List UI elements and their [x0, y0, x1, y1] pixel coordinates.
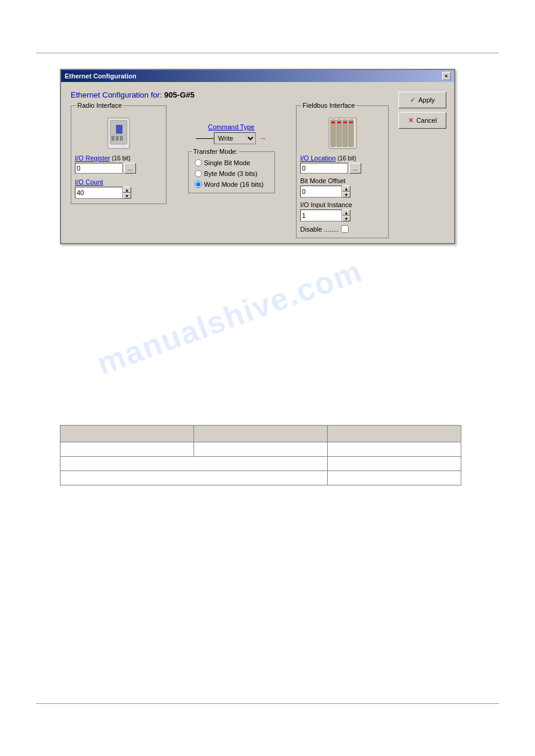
table-cell — [328, 426, 461, 442]
io-register-section: I/O Register (16 bit) ... — [75, 154, 162, 174]
cancel-button[interactable]: ✕ Cancel — [398, 112, 446, 129]
data-table — [60, 425, 461, 485]
table-cell — [194, 442, 328, 457]
ethernet-config-dialog: Ethernet Configuration × Ethernet Config… — [60, 69, 455, 244]
fieldbus-device-svg — [328, 117, 358, 150]
table-row — [61, 442, 461, 457]
svg-rect-5 — [120, 136, 123, 141]
io-count-increment-button[interactable]: ▲ — [123, 187, 131, 193]
dialog-close-button[interactable]: × — [442, 72, 451, 80]
header-prefix: Ethernet Configuration for: — [71, 90, 162, 99]
table-row — [61, 457, 461, 471]
io-location-input[interactable] — [300, 163, 348, 174]
dialog-body: Ethernet Configuration for: 905‑G#5 Radi… — [61, 82, 454, 243]
top-divider — [36, 53, 499, 53]
io-register-input-row: ... — [75, 163, 162, 174]
io-count-link[interactable]: I/O Count — [75, 178, 103, 186]
single-bit-mode-label: Single Bit Mode — [204, 159, 250, 166]
io-count-label-row: I/O Count — [75, 178, 162, 186]
io-location-link[interactable]: I/O Location — [300, 154, 335, 162]
io-register-link[interactable]: I/O Register — [75, 154, 110, 162]
byte-mode-option: Byte Mode (3 bits) — [195, 170, 268, 177]
table-cell — [328, 457, 461, 471]
io-location-browse-button[interactable]: ... — [349, 163, 361, 174]
bit-mode-increment-button[interactable]: ▲ — [342, 186, 350, 192]
transfer-mode-box: Transfer Mode: Single Bit Mode Byte Mode… — [188, 151, 275, 193]
fieldbus-fields: I/O Location (16 bit) ... Bit Mode Offse… — [300, 154, 385, 233]
table-cell — [328, 442, 461, 457]
table-cell — [194, 426, 328, 442]
io-input-label-row: I/O Input Instance — [300, 201, 385, 208]
bit-mode-offset-label: Bit Mode Offset — [300, 177, 346, 184]
apply-label: Apply — [418, 96, 435, 104]
table-cell — [61, 457, 328, 471]
word-mode-label: Word Mode (16 bits) — [204, 181, 264, 188]
word-mode-radio[interactable] — [195, 181, 202, 188]
single-bit-mode-option: Single Bit Mode — [195, 159, 268, 166]
io-input-decrement-button[interactable]: ▼ — [342, 215, 350, 221]
io-location-bit: (16 bit) — [337, 155, 356, 162]
svg-rect-13 — [343, 122, 347, 123]
io-input-increment-button[interactable]: ▲ — [342, 210, 350, 215]
word-mode-option: Word Mode (16 bits) — [195, 181, 268, 188]
table-cell — [61, 426, 194, 442]
watermark: manualshive.com — [92, 253, 367, 382]
dialog-titlebar: Ethernet Configuration × — [61, 70, 454, 82]
svg-rect-7 — [331, 120, 335, 147]
radio-interface-box: Radio Interface — [71, 105, 167, 204]
io-register-label-row: I/O Register (16 bit) — [75, 154, 162, 162]
table-cell — [61, 471, 328, 485]
table-cell — [328, 471, 461, 485]
io-count-input[interactable] — [75, 187, 123, 199]
svg-rect-14 — [349, 122, 353, 123]
fieldbus-device-icon — [328, 117, 358, 150]
cancel-label: Cancel — [416, 117, 437, 124]
disable-label: Disable ........ — [300, 226, 338, 233]
single-bit-mode-radio[interactable] — [195, 159, 202, 166]
io-register-input[interactable] — [75, 163, 123, 174]
io-location-label-row: I/O Location (16 bit) — [300, 154, 385, 162]
cancel-x-icon: ✕ — [408, 116, 414, 125]
dialog-title: Ethernet Configuration — [65, 72, 137, 80]
bottom-divider — [36, 703, 499, 704]
io-count-decrement-button[interactable]: ▼ — [123, 193, 131, 199]
byte-mode-label: Byte Mode (3 bits) — [204, 170, 258, 177]
command-line — [196, 138, 214, 139]
io-input-spinner: ▲ ▼ — [342, 210, 350, 221]
svg-rect-2 — [116, 125, 122, 133]
io-count-input-row: ▲ ▼ — [75, 187, 162, 199]
io-count-spinner: ▲ ▼ — [123, 187, 131, 199]
bit-mode-offset-input[interactable] — [300, 186, 342, 198]
command-type-row: Write Read → — [196, 132, 267, 144]
device-name: 905‑G#5 — [164, 90, 195, 99]
radio-interface-label: Radio Interface — [76, 102, 123, 109]
transfer-mode-label: Transfer Mode: — [192, 148, 239, 155]
dialog-main-content: Ethernet Configuration for: 905‑G#5 Radi… — [66, 87, 394, 238]
bit-mode-offset-section: Bit Mode Offset ▲ ▼ — [300, 177, 385, 198]
bit-mode-decrement-button[interactable]: ▼ — [342, 192, 350, 198]
command-type-select[interactable]: Write Read — [214, 132, 256, 144]
io-input-input-row: ▲ ▼ — [300, 210, 385, 221]
radio-device-icon — [107, 117, 131, 150]
svg-rect-10 — [349, 120, 353, 147]
io-register-browse-button[interactable]: ... — [124, 163, 136, 174]
svg-rect-12 — [337, 122, 341, 123]
table-row — [61, 471, 461, 485]
io-register-bit: (16 bit) — [112, 155, 131, 162]
io-count-section: I/O Count ▲ ▼ — [75, 178, 162, 199]
io-input-instance-input[interactable] — [300, 210, 342, 221]
table-cell — [61, 442, 194, 457]
middle-area: Command Type Write Read → Transfer Mo — [167, 105, 296, 193]
byte-mode-radio[interactable] — [195, 170, 202, 177]
svg-rect-11 — [331, 122, 335, 123]
fieldbus-interface-box: Fieldbus Interface — [296, 105, 389, 238]
svg-rect-8 — [337, 120, 341, 147]
disable-checkbox[interactable] — [341, 225, 349, 233]
disable-row: Disable ........ — [300, 225, 385, 233]
table-row — [61, 426, 461, 442]
command-type-section: Command Type Write Read → — [196, 123, 267, 144]
bit-mode-spinner: ▲ ▼ — [342, 186, 350, 198]
apply-button[interactable]: ✓ Apply — [398, 92, 446, 108]
command-type-label[interactable]: Command Type — [208, 123, 254, 130]
svg-rect-4 — [116, 136, 119, 141]
